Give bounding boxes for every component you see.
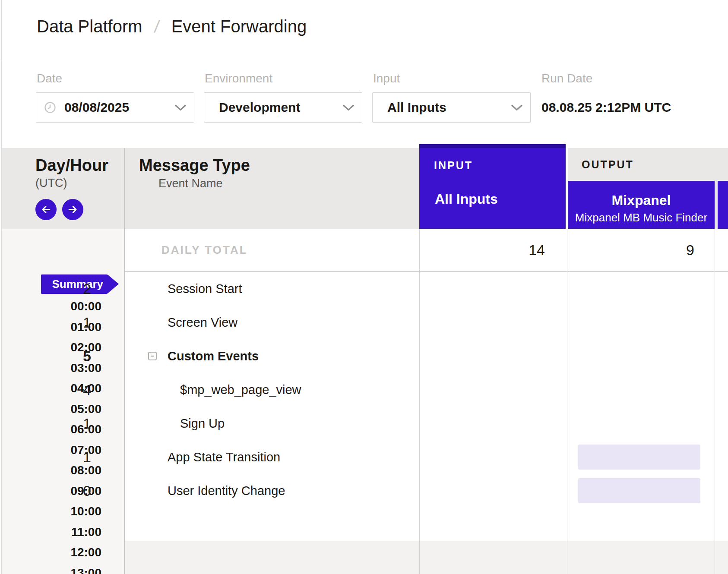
row-label: Sign Up <box>180 407 225 440</box>
input-select[interactable]: All Inputs <box>372 92 531 123</box>
page-title: Event Forwarding <box>171 17 307 36</box>
environment-select[interactable]: Development <box>204 92 362 123</box>
column-divider <box>419 229 420 574</box>
filter-bar: Date 08/08/2025 Environment Development … <box>2 62 728 148</box>
title-bar: Data Platform/Event Forwarding <box>2 0 728 61</box>
table-footer-band <box>125 541 728 574</box>
output-column-subtitle: Mixpanel MB Music Finder <box>568 211 715 224</box>
clock-icon <box>44 101 56 114</box>
hour-label[interactable]: 00:00 <box>37 296 101 317</box>
column-divider <box>715 229 715 574</box>
collapse-minus-icon[interactable] <box>148 352 157 360</box>
minus-glyph <box>151 356 154 356</box>
hour-label[interactable]: 08:00 <box>37 460 101 481</box>
hour-label[interactable]: 04:00 <box>37 378 101 399</box>
row-label: App State Transition <box>168 440 280 474</box>
output-column-name: Mixpanel <box>568 192 715 208</box>
daily-total-output-value: 9 <box>686 229 694 271</box>
breadcrumb-separator: / <box>153 16 161 37</box>
row-label: $mp_web_page_view <box>180 373 301 407</box>
arrow-left-icon <box>40 204 52 215</box>
input-column-top-strip <box>419 144 566 148</box>
hour-label[interactable]: 09:00 <box>37 481 101 501</box>
breadcrumb-parent[interactable]: Data Platform <box>37 17 142 36</box>
input-column-name: All Inputs <box>435 191 498 207</box>
hour-label[interactable]: 05:00 <box>37 399 101 419</box>
day-hour-subheader: (UTC) <box>35 177 67 190</box>
hour-list: 00:0001:0002:0003:0004:0005:0006:0007:00… <box>37 296 101 574</box>
arrow-right-icon <box>67 204 79 215</box>
chevron-down-icon <box>175 104 186 111</box>
output-section-label: OUTPUT <box>582 158 634 171</box>
row-label: Custom Events <box>168 339 259 373</box>
output-column-header[interactable]: Mixpanel Mixpanel MB Music Finder <box>568 181 715 229</box>
next-day-button[interactable] <box>62 199 83 220</box>
highlighted-output-cell <box>578 445 700 470</box>
input-column-header[interactable]: INPUT All Inputs <box>419 148 566 229</box>
row-label: Screen View <box>168 306 237 339</box>
date-filter-label: Date <box>37 72 62 85</box>
output-count-value: 1 <box>83 440 91 474</box>
message-type-header: Message Type <box>139 156 250 175</box>
hour-label[interactable]: 02:00 <box>37 337 101 358</box>
chevron-down-icon <box>343 104 354 111</box>
output-count-value: 0 <box>83 474 91 508</box>
hour-label[interactable]: 06:00 <box>37 419 101 440</box>
environment-filter-label: Environment <box>205 72 272 85</box>
column-divider <box>567 229 567 574</box>
daily-total-row: DAILY TOTAL 14 9 <box>125 229 728 272</box>
hour-label[interactable]: 11:00 <box>37 522 101 542</box>
date-select[interactable]: 08/08/2025 <box>36 92 194 123</box>
summary-row-badge[interactable]: Summary <box>41 274 108 294</box>
date-value: 08/08/2025 <box>64 93 129 122</box>
input-value: All Inputs <box>387 93 446 122</box>
event-name-subheader: Event Name <box>158 177 223 190</box>
run-date-value: 08.08.25 2:12PM UTC <box>541 92 671 123</box>
hour-label[interactable]: 03:00 <box>37 358 101 378</box>
chevron-down-icon <box>511 104 522 111</box>
hour-label[interactable]: 01:00 <box>37 317 101 337</box>
day-hour-header: Day/Hour <box>35 156 108 175</box>
output-count-value: 2 <box>83 272 91 306</box>
input-section-label: INPUT <box>434 159 473 172</box>
hour-label[interactable]: 12:00 <box>37 542 101 563</box>
output-count-value: 1 <box>83 407 91 440</box>
daily-total-label: DAILY TOTAL <box>161 229 248 271</box>
highlighted-output-cell <box>578 478 700 503</box>
breadcrumb: Data Platform/Event Forwarding <box>37 16 307 37</box>
summary-label: Summary <box>52 274 104 294</box>
prev-day-button[interactable] <box>35 199 57 220</box>
next-output-column-header-partial[interactable] <box>718 181 728 229</box>
row-label: User Identity Change <box>168 474 285 508</box>
hour-label[interactable]: 10:00 <box>37 501 101 522</box>
run-date-label: Run Date <box>541 72 592 85</box>
rail-divider <box>124 148 125 574</box>
hour-label[interactable]: 13:00 <box>37 563 101 574</box>
input-filter-label: Input <box>373 72 400 85</box>
environment-value: Development <box>219 93 300 122</box>
output-count-value: 4 <box>83 373 91 407</box>
daily-total-input-value: 14 <box>529 229 545 271</box>
row-label: Session Start <box>168 272 242 306</box>
hour-label[interactable]: 07:00 <box>37 440 101 460</box>
output-count-value: 1 <box>83 306 91 339</box>
event-forwarding-page: Data Platform/Event Forwarding Date 08/0… <box>0 0 728 574</box>
output-count-value: 5 <box>83 339 91 373</box>
